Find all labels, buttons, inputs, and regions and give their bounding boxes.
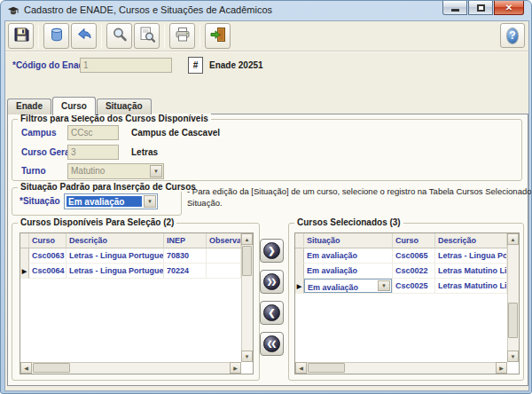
close-button[interactable]: ✕ xyxy=(494,1,524,15)
scroll-up-button[interactable]: ▲ xyxy=(507,233,519,245)
column-header-observacao[interactable]: Observaçõ xyxy=(207,233,241,248)
search-button[interactable] xyxy=(106,23,132,49)
vertical-scrollbar[interactable]: ▲ ▼ xyxy=(507,233,519,362)
table-row[interactable]: ▶ Csc0064 Letras - Lingua Portuguesa e 7… xyxy=(20,264,241,279)
curso-geral-input[interactable] xyxy=(67,145,119,160)
situacao-label: *Situação xyxy=(20,196,60,206)
available-courses-group: Cursos Disponíveis Para Seleção (2) Curs… xyxy=(12,223,260,381)
turno-combo-value: Matutino xyxy=(71,166,105,176)
chevron-down-icon[interactable]: ▼ xyxy=(144,195,156,208)
cell-descricao: Letras - Lingua Portuguesa e xyxy=(66,264,164,279)
column-header-situacao[interactable]: Situação xyxy=(304,233,393,248)
scroll-thumb[interactable] xyxy=(508,303,518,338)
row-gutter xyxy=(295,248,304,264)
cell-observacao xyxy=(207,248,241,264)
exit-button[interactable] xyxy=(205,23,231,49)
toolbar-separator xyxy=(38,25,39,48)
table-row[interactable]: Csc0063 Letras - Lingua Portuguesa e 708… xyxy=(20,248,241,264)
table-header-row: Curso Descrição INEP Observaçõ xyxy=(20,233,241,248)
scroll-left-button[interactable]: ◀ xyxy=(20,362,32,374)
vertical-scrollbar[interactable]: ▲ ▼ xyxy=(241,233,253,362)
current-row-marker-icon: ▶ xyxy=(22,268,27,274)
graduation-cap-icon xyxy=(7,4,20,17)
toolbar: ? xyxy=(5,21,528,51)
save-button[interactable] xyxy=(8,23,34,49)
campus-label: Campus xyxy=(21,128,56,138)
preview-icon xyxy=(138,26,156,46)
table-row[interactable]: ▶ Em avaliação ▼ Csc0025 Letras Matutino… xyxy=(295,279,507,294)
table-row[interactable]: Em avaliação Csc0022 Letras Matutino Lic… xyxy=(295,264,507,279)
chevron-down-icon[interactable]: ▼ xyxy=(378,280,390,291)
cell-descricao: Letras - Lingua Portuguesa e xyxy=(66,248,164,264)
move-left-button[interactable]: ❮ xyxy=(260,301,284,325)
move-all-right-button[interactable]: ❯❯ xyxy=(260,270,284,294)
scroll-up-button[interactable]: ▲ xyxy=(241,233,253,245)
enade-lookup-button[interactable]: # xyxy=(188,57,203,74)
minimize-button[interactable] xyxy=(442,1,467,15)
row-gutter: ▶ xyxy=(295,279,304,294)
double-chevron-left-icon: ❮❮ xyxy=(263,335,280,352)
delete-button[interactable] xyxy=(43,23,69,49)
scroll-right-button[interactable]: ▶ xyxy=(496,362,507,374)
help-button[interactable]: ? xyxy=(500,23,525,48)
table-header-row: Situação Curso Descrição xyxy=(295,233,507,248)
cell-situacao: Em avaliação ▼ xyxy=(304,279,393,294)
chevron-down-icon[interactable]: ▼ xyxy=(150,165,162,177)
column-header-curso[interactable]: Curso xyxy=(29,233,66,248)
move-right-button[interactable]: ❯ xyxy=(260,239,284,263)
column-header-descricao[interactable]: Descrição xyxy=(66,233,164,248)
undo-button[interactable] xyxy=(71,23,97,49)
horizontal-scrollbar[interactable]: ◀ ▶ xyxy=(20,362,241,374)
maximize-button[interactable] xyxy=(468,1,493,15)
cell-descricao: Letras Matutino Licen xyxy=(435,279,507,294)
cell-curso: Csc0025 xyxy=(393,279,435,294)
delete-icon xyxy=(48,26,66,46)
hash-icon: # xyxy=(193,60,199,70)
horizontal-scrollbar[interactable]: ◀ ▶ xyxy=(295,362,507,374)
cell-inep: 70830 xyxy=(164,248,207,264)
toolbar-separator xyxy=(101,25,102,48)
tab-situacao[interactable]: Situação xyxy=(97,98,152,114)
selected-courses-group: Cursos Selecionados (3) Situação Curso D… xyxy=(288,223,524,381)
gutter-header xyxy=(20,233,29,248)
row-situacao-combo-value: Em avaliação xyxy=(308,280,358,294)
cell-curso: Csc0063 xyxy=(29,248,66,264)
preview-button[interactable] xyxy=(134,23,160,49)
row-gutter xyxy=(20,248,29,264)
scroll-thumb[interactable] xyxy=(242,246,252,276)
situacao-combo[interactable]: Em avaliação ▼ xyxy=(64,193,158,209)
row-gutter xyxy=(295,264,304,279)
tabstrip: Enade Curso Situação xyxy=(7,96,153,114)
default-situation-group: Situação Padrão para Inserção de Cursos … xyxy=(12,187,182,216)
curso-geral-description: Letras xyxy=(131,147,158,157)
chevron-right-icon: ❯ xyxy=(263,242,280,259)
application-window: Cadastro de ENADE, Cursos e Situações de… xyxy=(0,0,532,394)
move-all-left-button[interactable]: ❮❮ xyxy=(260,332,284,356)
campus-input[interactable] xyxy=(67,125,119,140)
chevron-left-icon: ❮ xyxy=(263,304,280,321)
scroll-thumb[interactable] xyxy=(33,363,70,373)
scroll-left-button[interactable]: ◀ xyxy=(295,362,307,374)
table-row[interactable]: Em avaliação Csc0065 Letras - Lingua Por… xyxy=(295,248,507,264)
row-gutter: ▶ xyxy=(20,264,29,279)
tab-curso[interactable]: Curso xyxy=(52,97,96,115)
gutter-header xyxy=(295,233,304,248)
column-header-inep[interactable]: INEP xyxy=(164,233,207,248)
enade-code-input[interactable] xyxy=(80,58,172,73)
tab-enade[interactable]: Enade xyxy=(7,98,51,114)
column-header-curso[interactable]: Curso xyxy=(393,233,435,248)
column-header-descricao[interactable]: Descrição xyxy=(435,233,507,248)
turno-combo[interactable]: Matutino ▼ xyxy=(67,163,164,179)
help-icon: ? xyxy=(506,28,519,44)
exit-icon xyxy=(209,26,227,46)
enade-code-row: *Código do Enade # Enade 20251 xyxy=(5,52,528,79)
scroll-down-button[interactable]: ▼ xyxy=(507,351,519,362)
titlebar[interactable]: Cadastro de ENADE, Cursos e Situações de… xyxy=(1,1,531,20)
row-situacao-combo[interactable]: Em avaliação ▼ xyxy=(304,279,392,293)
scroll-right-button[interactable]: ▶ xyxy=(230,362,241,374)
enade-reference: Enade 20251 xyxy=(209,60,263,70)
scroll-down-button[interactable]: ▼ xyxy=(241,351,253,362)
scroll-thumb[interactable] xyxy=(308,363,345,373)
filters-group-title: Filtros para Seleção dos Cursos Disponív… xyxy=(18,114,211,123)
print-button[interactable] xyxy=(169,23,195,49)
